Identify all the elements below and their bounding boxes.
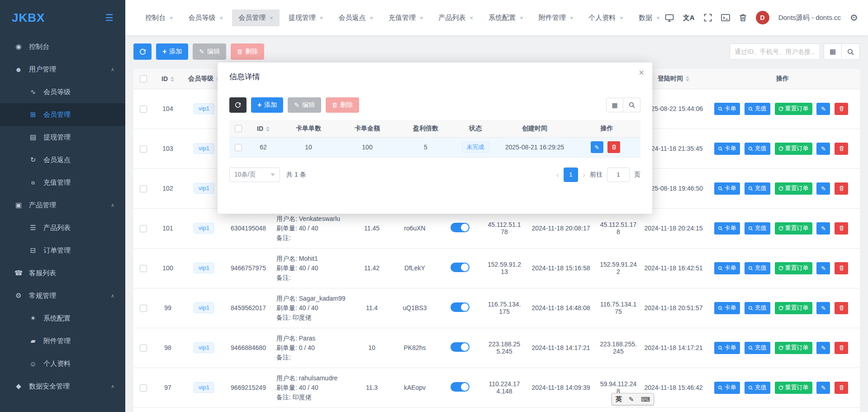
sidebar-item[interactable]: ◉ 控制台 [0,35,125,58]
reset-order-button[interactable]: 重置订单 [775,143,812,155]
modal-edit-button[interactable]: ✎ 编辑 [288,97,321,113]
sort-icon[interactable] [266,126,270,132]
chongzhi-button[interactable]: 充值 [745,382,770,394]
add-button[interactable]: + 添加 [156,43,188,60]
row-checkbox[interactable] [140,345,147,352]
delete-row-button[interactable] [835,103,848,115]
ime-lang[interactable]: 英 [616,395,622,403]
reset-order-button[interactable]: 重置订单 [775,103,812,115]
delete-row-button[interactable] [835,302,848,314]
sort-icon[interactable] [171,77,174,82]
tab[interactable]: 个人资料 [582,10,630,26]
collapse-menu-icon[interactable]: ☰ [105,12,114,23]
status-toggle[interactable] [451,302,470,312]
modal-columns-button[interactable]: ▦ [606,98,623,112]
kadan-button[interactable]: 卡单 [714,342,740,354]
edit-row-button[interactable]: ✎ [816,222,830,235]
kadan-button[interactable]: 卡单 [714,382,740,394]
tab-close-icon[interactable] [270,14,273,21]
modal-edit-row-button[interactable]: ✎ [591,141,603,153]
modal-select-all-checkbox[interactable] [235,125,242,132]
chongzhi-button[interactable]: 充值 [745,222,770,235]
delete-row-button[interactable] [835,342,848,354]
status-toggle[interactable] [451,382,470,392]
tab[interactable]: 会员等级 [182,10,230,26]
sidebar-item[interactable]: ▰ 附件管理 [0,330,125,352]
tab-close-icon[interactable] [520,14,523,21]
edit-button[interactable]: ✎ 编辑 [193,43,226,60]
delete-row-button[interactable] [835,262,848,274]
sidebar-item[interactable]: ▣ 产品管理 [0,194,125,216]
modal-refresh-button[interactable] [229,97,247,113]
select-all-checkbox[interactable] [140,75,147,82]
reset-order-button[interactable]: 重置订单 [775,382,812,394]
sidebar-item[interactable]: ¤ 充值管理 [0,171,125,194]
tab[interactable]: 产品列表 [432,10,480,26]
delete-row-button[interactable] [835,182,848,195]
row-checkbox[interactable] [140,145,147,153]
columns-button[interactable]: ▦ [824,43,842,60]
sidebar-item[interactable]: ☰ 产品列表 [0,216,125,239]
sidebar-item[interactable]: ⚙ 常规管理 [0,284,125,307]
chongzhi-button[interactable]: 充值 [745,143,770,155]
tab[interactable]: 充值管理 [382,10,430,26]
tab-close-icon[interactable] [420,14,423,21]
kadan-button[interactable]: 卡单 [714,302,740,314]
sidebar-item[interactable]: ⊞ 会员管理 [0,103,125,126]
goto-page-input[interactable] [607,168,630,182]
page-number-button[interactable]: 1 [564,168,578,182]
reset-order-button[interactable]: 重置订单 [775,182,812,195]
modal-add-button[interactable]: + 添加 [251,97,283,113]
chongzhi-button[interactable]: 充值 [745,182,770,195]
status-toggle[interactable] [451,342,470,352]
sidebar-item[interactable]: ◆ 数据安全管理 [0,375,125,398]
kadan-button[interactable]: 卡单 [714,143,740,155]
trash-icon[interactable] [739,14,747,22]
row-checkbox[interactable] [140,384,147,392]
header-id[interactable]: ID [153,69,182,89]
tab-close-icon[interactable] [220,14,223,21]
kadan-button[interactable]: 卡单 [714,222,740,235]
keyboard-icon[interactable]: ⌨ [641,396,650,403]
translate-icon[interactable]: 文A [683,14,695,22]
kadan-button[interactable]: 卡单 [714,103,740,115]
sidebar-item[interactable]: ∿ 会员等级 [0,81,125,103]
tab-close-icon[interactable] [470,14,474,21]
tab-close-icon[interactable] [570,14,574,21]
tab[interactable]: 数据 [632,10,659,26]
modal-header-id[interactable]: ID [247,120,279,137]
tab[interactable]: 控制台 [139,10,180,26]
page-size-select[interactable]: 10条/页 [229,168,280,182]
sort-icon[interactable] [686,76,689,81]
reset-order-button[interactable]: 重置订单 [775,262,812,274]
tab-close-icon[interactable] [370,14,373,21]
edit-row-button[interactable]: ✎ [816,302,830,314]
delete-button[interactable]: 删除 [231,43,264,60]
reset-order-button[interactable]: 重置订单 [775,222,812,235]
modal-delete-row-button[interactable] [607,141,620,153]
chongzhi-button[interactable]: 充值 [745,103,770,115]
status-toggle[interactable] [451,263,470,272]
monitor-icon[interactable] [665,14,674,22]
chongzhi-button[interactable]: 充值 [745,342,770,354]
terminal-icon[interactable] [721,14,730,22]
sidebar-item[interactable]: ⊟ 订单管理 [0,239,125,262]
tab[interactable]: 提现管理 [282,10,330,26]
account-name[interactable]: Donts源码 - donts.cc [778,14,841,22]
kadan-button[interactable]: 卡单 [714,182,740,195]
kadan-button[interactable]: 卡单 [714,262,740,274]
pen-icon[interactable]: ✎ [629,396,634,403]
tab[interactable]: 会员管理 [232,10,280,26]
row-checkbox[interactable] [140,225,147,232]
tab-close-icon[interactable] [620,14,623,21]
delete-row-button[interactable] [835,143,848,155]
avatar[interactable]: D [756,11,769,24]
sidebar-item[interactable]: ☺ 个人资料 [0,352,125,375]
tab[interactable]: 系统配置 [482,10,530,26]
reset-order-button[interactable]: 重置订单 [775,302,812,314]
search-input[interactable] [730,43,820,60]
sidebar-item[interactable]: ☎ 客服列表 [0,262,125,284]
row-checkbox[interactable] [140,265,147,272]
modal-row-checkbox[interactable] [235,144,242,151]
row-checkbox[interactable] [140,305,147,312]
